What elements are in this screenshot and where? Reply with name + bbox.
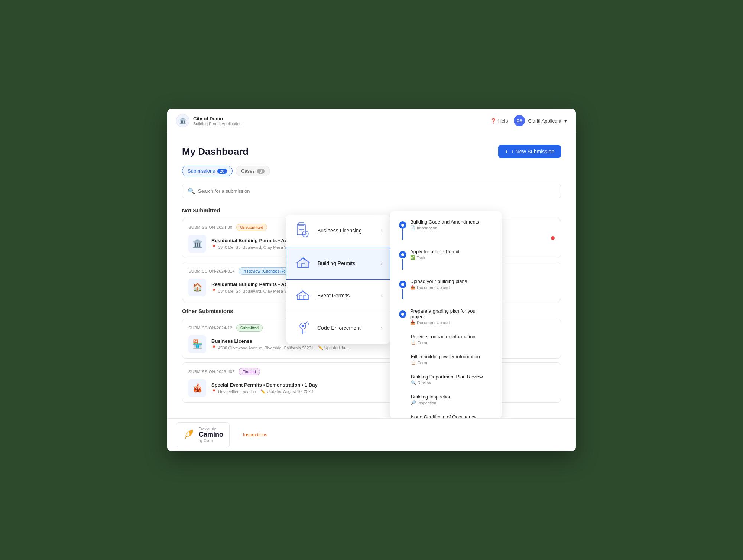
location-icon: 📍 (211, 245, 217, 250)
search-bar[interactable]: 🔍 (182, 184, 561, 198)
event-permits-label: Event Permits (317, 293, 376, 299)
submenu-item-content: Upload your building plans 📤 Document Up… (410, 279, 493, 290)
submenu-title: Upload your building plans (410, 279, 493, 284)
svg-point-12 (302, 325, 304, 327)
submenu-title: Building Inspection (411, 394, 493, 400)
review-icon: 🔍 (411, 380, 416, 385)
step-dot (399, 251, 406, 258)
form-icon: 📋 (411, 340, 416, 345)
category-item-event-permits[interactable]: Event Permits › (286, 280, 390, 312)
submenu-type: 📤 Document Upload (410, 285, 493, 290)
submenu-type: 🔎 Inspection (411, 400, 493, 405)
submission-icon: 🏪 (188, 335, 206, 353)
card-address: 📍 Unspecified Location ✏️ Updated August… (211, 389, 555, 394)
building-permits-label: Building Permits (318, 260, 375, 266)
submenu-title: Building Department Plan Review (411, 374, 493, 380)
category-item-building-permits[interactable]: Building Permits › (286, 247, 390, 280)
submenu-item-content: Fill in building owner information 📋 For… (411, 354, 493, 365)
app-header: 🏛️ City of Demo Building Permit Applicat… (167, 109, 576, 133)
submenu-item-certificate[interactable]: Issue Certificate of Occupancy 🔎 Inspect… (395, 410, 497, 419)
submission-id: SUBMISSION-2024-314 (188, 269, 235, 273)
submenu-item-grading-plan[interactable]: Prepare a grading plan for your project … (395, 305, 497, 329)
submenu-item-tree-permit[interactable]: Apply for a Tree Permit ✅ Task (395, 245, 497, 273)
business-licensing-label: Business Licensing (317, 228, 376, 234)
help-icon: ❓ (490, 118, 496, 124)
step-dot (399, 281, 406, 288)
form-icon: 📋 (411, 360, 416, 365)
svg-rect-8 (299, 295, 302, 300)
submenu-item-owner-info[interactable]: Fill in building owner information 📋 For… (395, 350, 497, 369)
camino-leaf-icon (182, 427, 196, 442)
user-menu-button[interactable]: CA Clariti Applicant ▾ (514, 115, 567, 126)
app-name: Building Permit Application (193, 121, 241, 126)
submission-id: SUBMISSION-2024-30 (188, 225, 233, 229)
card-address: 📍 4500 Olivewood Avenue, Riverside, Cali… (211, 345, 555, 350)
submenu-item-content: Building Inspection 🔎 Inspection (411, 394, 493, 405)
code-enforcement-icon (293, 319, 312, 337)
submenu-title: Fill in building owner information (411, 354, 493, 359)
category-menu: Business Licensing › Building Permits (286, 215, 390, 344)
chevron-right-icon: › (380, 260, 382, 266)
submenu-item-plan-review[interactable]: Building Department Plan Review 🔍 Review (395, 370, 497, 389)
tab-submissions-label: Submissions (188, 168, 215, 174)
upload-icon: 📤 (410, 285, 415, 290)
business-licensing-icon (293, 221, 312, 240)
search-input[interactable] (198, 188, 555, 194)
submission-icon: 🏠 (188, 279, 206, 296)
chevron-down-icon: ▾ (564, 118, 567, 124)
submission-id: SUBMISSION-2024-12 (188, 326, 233, 330)
building-permits-icon (294, 254, 312, 273)
submenu-title: Prepare a grading plan for your project (410, 308, 493, 319)
submenu-title: Provide contractor information (411, 334, 493, 339)
camino-name: Camino (199, 431, 223, 439)
header-right: ❓ Help CA Clariti Applicant ▾ (490, 115, 567, 126)
inspections-tab[interactable]: Inspections (243, 432, 267, 437)
new-submission-button[interactable]: + + New Submission (498, 145, 561, 158)
submenu-item-content: Building Department Plan Review 🔍 Review (411, 374, 493, 385)
submission-icon: 🎪 (188, 379, 206, 397)
location-icon: 📍 (211, 289, 217, 293)
main-content: My Dashboard + + New Submission Submissi… (167, 133, 576, 418)
submenu-type: 🔍 Review (411, 380, 493, 385)
card-info: Special Event Permits • Demonstration • … (211, 382, 555, 394)
submission-card[interactable]: SUBMISSION-2023-405 Finaled 🎪 Special Ev… (182, 362, 561, 403)
svg-rect-6 (301, 264, 305, 267)
help-button[interactable]: ❓ Help (490, 118, 508, 124)
inspection-icon: 🔎 (411, 400, 416, 405)
step-dot (399, 310, 406, 318)
edit-icon: ✏️ Updated Ja... (318, 345, 349, 350)
submenu-item-content: Apply for a Tree Permit ✅ Task (410, 249, 493, 260)
city-logo: 🏛️ (176, 114, 189, 127)
submenu-panel: Building Code and Amendments 📄 Informati… (390, 211, 502, 419)
category-item-code-enforcement[interactable]: Code Enforcement › (286, 312, 390, 344)
submenu-type: 📋 Form (411, 360, 493, 365)
category-item-business-licensing[interactable]: Business Licensing › (286, 215, 390, 247)
tab-cases[interactable]: Cases 3 (236, 166, 270, 176)
submenu-type: 📋 Form (411, 340, 493, 345)
submenu-item-contractor[interactable]: Provide contractor information 📋 Form (395, 330, 497, 349)
card-title: Special Event Permits • Demonstration • … (211, 382, 555, 388)
user-avatar: CA (514, 115, 525, 126)
submenu-title: Building Code and Amendments (410, 219, 493, 225)
camino-logo-area: Previously Camino by Clariti (176, 422, 230, 447)
not-submitted-section-title: Not Submitted (182, 207, 561, 214)
camino-text: Previously Camino by Clariti (199, 427, 223, 443)
status-badge: Finaled (239, 368, 260, 375)
submenu-title: Apply for a Tree Permit (410, 249, 493, 254)
submission-icon: 🏛️ (188, 235, 206, 253)
code-enforcement-label: Code Enforcement (317, 325, 376, 331)
tab-cases-label: Cases (241, 168, 255, 174)
submenu-item-content: Building Code and Amendments 📄 Informati… (410, 219, 493, 230)
plus-icon: + (505, 149, 508, 154)
upload-icon: 📤 (410, 320, 415, 325)
submenu-item-building-code[interactable]: Building Code and Amendments 📄 Informati… (395, 215, 497, 244)
tab-row: Submissions 20 Cases 3 (182, 166, 561, 176)
dashboard-header: My Dashboard + + New Submission (182, 145, 561, 158)
submission-id: SUBMISSION-2023-405 (188, 369, 235, 374)
cases-badge: 3 (257, 169, 265, 174)
submenu-item-upload-plans[interactable]: Upload your building plans 📤 Document Up… (395, 275, 497, 303)
task-icon: ✅ (410, 255, 415, 260)
submenu-item-inspection[interactable]: Building Inspection 🔎 Inspection (395, 390, 497, 409)
search-icon: 🔍 (188, 188, 195, 195)
tab-submissions[interactable]: Submissions 20 (182, 166, 233, 176)
